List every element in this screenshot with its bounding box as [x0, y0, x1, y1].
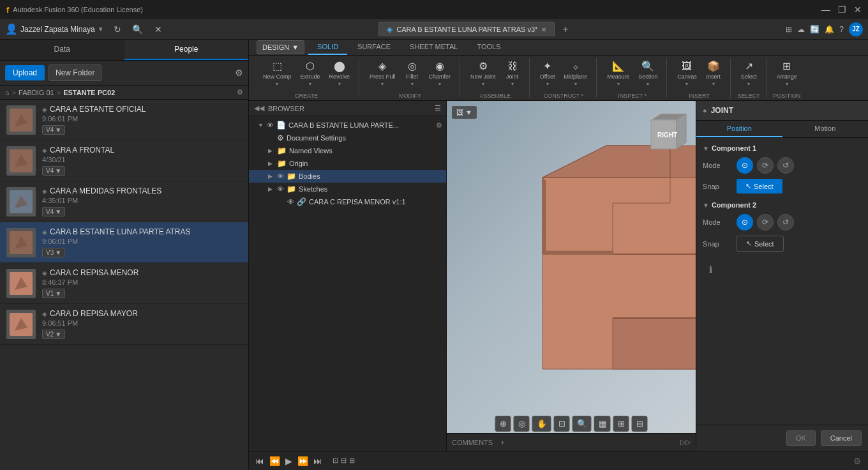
tree-item[interactable]: ⚙ Document Settings: [249, 132, 446, 144]
component2-select-btn[interactable]: ↖ Select: [737, 236, 784, 252]
cancel-button[interactable]: Cancel: [821, 430, 862, 446]
breadcrumb-settings-icon[interactable]: ⚙: [237, 88, 243, 96]
toolbar-btn-fillet[interactable]: ◎Fillet▾: [401, 58, 424, 89]
file-item[interactable]: ◈ CARA D REPISA MAYOR 9:06:51 PM V2 ▼: [0, 304, 248, 345]
cloud-icon[interactable]: ☁: [797, 25, 805, 34]
toolbar-tab-solid[interactable]: SOLID: [308, 40, 347, 55]
upload-button[interactable]: Upload: [5, 65, 45, 80]
playback-prev-btn[interactable]: ⏪: [269, 456, 280, 466]
toolbar-btn-midplane[interactable]: ⬦Midplane▾: [560, 59, 592, 89]
toolbar-btn-offset[interactable]: ✦Offset▾: [536, 58, 559, 89]
tree-item[interactable]: ▶ 👁 📁 Sketches: [249, 183, 446, 195]
joint-collapse-icon[interactable]: ●: [703, 107, 707, 114]
mode1-rotate-btn[interactable]: ⊙: [737, 157, 753, 174]
playback-settings-icon[interactable]: ⊞: [349, 457, 355, 465]
settings-gear-icon[interactable]: ⚙: [235, 68, 243, 78]
grid-options-btn[interactable]: ⊞: [613, 416, 629, 432]
toolbar-btn-measure[interactable]: 📐Measure▾: [603, 58, 633, 89]
doc-tab[interactable]: ◈ CARA B ESTANTE LUNA PARTE ATRAS v3* ✕: [378, 22, 555, 36]
doc-tab-close-icon[interactable]: ✕: [541, 26, 546, 33]
playback-next-btn[interactable]: ⏩: [297, 456, 308, 466]
search-icon[interactable]: 🔍: [131, 24, 145, 34]
home-icon[interactable]: ⌂: [5, 89, 10, 96]
breadcrumb-item1[interactable]: FABDIG 01: [19, 89, 54, 96]
bottom-right-gear-icon[interactable]: ⚙: [853, 456, 862, 466]
tab-data[interactable]: Data: [0, 40, 124, 60]
vp-image-btn[interactable]: 🖼 ▼: [452, 106, 477, 119]
mode1-lock-btn[interactable]: ↺: [777, 157, 794, 174]
info-icon[interactable]: ℹ: [703, 259, 862, 280]
mode1-flip-btn[interactable]: ⟳: [757, 157, 774, 174]
mode2-rotate-btn[interactable]: ⊙: [737, 214, 753, 231]
toolbar-btn-select[interactable]: ↗Select▾: [737, 58, 761, 89]
maximize-btn[interactable]: ❐: [838, 4, 846, 15]
new-folder-button[interactable]: New Folder: [49, 64, 101, 81]
tree-eye-icon[interactable]: 👁: [277, 185, 284, 193]
sync-icon[interactable]: ↻: [110, 24, 124, 34]
component2-arrow-icon[interactable]: ▼: [703, 202, 709, 209]
tree-expand-arrow-icon[interactable]: ▶: [268, 173, 274, 179]
pan-btn[interactable]: ✋: [532, 416, 551, 432]
file-item[interactable]: ◈ CARA B ESTANTE LUNA PARTE ATRAS 9:06:0…: [0, 222, 248, 263]
tree-expand-arrow-icon[interactable]: ▶: [268, 148, 274, 154]
tree-expand-arrow-icon[interactable]: ▼: [258, 122, 264, 128]
component1-select-btn[interactable]: ↖ Select: [737, 179, 782, 193]
toolbar-btn-joint[interactable]: ⛓Joint▾: [501, 59, 524, 89]
file-item[interactable]: ◈ CARA A FRONTAL 4/30/21 V4 ▼: [0, 140, 248, 181]
tree-item[interactable]: 👁 🔗 CARA C REPISA MENOR v1:1: [249, 195, 446, 208]
tree-eye-icon[interactable]: 👁: [267, 121, 274, 129]
design-dropdown[interactable]: DESIGN ▼: [257, 40, 304, 54]
joint-tab-motion[interactable]: Motion: [782, 121, 869, 137]
view-cube[interactable]: RIGHT: [638, 107, 689, 158]
tree-eye-icon[interactable]: 👁: [277, 172, 284, 180]
tree-item[interactable]: ▶ 👁 📁 Bodies: [249, 170, 446, 183]
comments-expand-icon[interactable]: ▷▷: [680, 438, 691, 446]
toolbar-tab-tools[interactable]: TOOLS: [468, 40, 509, 55]
playback-end-btn[interactable]: ⏭: [313, 456, 322, 466]
zoom-fit-btn[interactable]: ⊡: [554, 416, 570, 432]
bell-icon[interactable]: 🔔: [825, 25, 834, 34]
comments-add-icon[interactable]: +: [500, 439, 504, 446]
grid-icon[interactable]: ⊞: [786, 25, 792, 34]
look-at-btn[interactable]: ◎: [514, 416, 530, 432]
tab-people[interactable]: People: [124, 40, 249, 60]
playback-play-btn[interactable]: ▶: [285, 456, 292, 466]
toolbar-tab-sheet-metal[interactable]: SHEET METAL: [401, 40, 467, 55]
component1-arrow-icon[interactable]: ▼: [703, 145, 709, 152]
toolbar-btn-extrude[interactable]: ⬡Extrude▾: [297, 58, 324, 89]
file-item[interactable]: ◈ CARA A MEDIDAS FRONTALES 4:35:01 PM V4…: [0, 181, 248, 222]
toolbar-btn-chamfer[interactable]: ◉Chamfer▾: [425, 58, 455, 89]
toolbar-btn-new-joint[interactable]: ⚙New Joint▾: [467, 58, 500, 89]
toolbar-btn-arrange[interactable]: ⊞Arrange▾: [773, 58, 801, 89]
3d-viewport[interactable]: Place joint origin on a component RIGHT …: [447, 101, 696, 451]
mode2-lock-btn[interactable]: ↺: [777, 214, 794, 231]
browser-collapse-icon[interactable]: ◀◀: [254, 104, 264, 112]
zoom-btn[interactable]: 🔍: [572, 416, 592, 432]
ok-button[interactable]: OK: [786, 430, 816, 446]
browser-menu-icon[interactable]: ☰: [435, 104, 441, 112]
tree-item[interactable]: ▼ 👁 📄 CARA B ESTANTE LUNA PARTE... ⚙: [249, 119, 446, 132]
toolbar-btn-new-comp[interactable]: ⬚New Comp▾: [259, 58, 296, 89]
playback-frame-icon[interactable]: ⊡: [333, 457, 338, 465]
tree-item[interactable]: ▶ 📁 Origin: [249, 157, 446, 170]
mode2-flip-btn[interactable]: ⟳: [757, 214, 774, 231]
add-tab-btn[interactable]: +: [558, 24, 572, 35]
playback-mark-icon[interactable]: ⊟: [341, 457, 347, 465]
toolbar-btn-revolve[interactable]: ⬤Revolve▾: [326, 58, 354, 89]
user-dropdown-icon[interactable]: ▼: [98, 26, 104, 33]
close-panel-icon[interactable]: ✕: [151, 24, 165, 34]
toolbar-btn-insert[interactable]: 📦Insert▾: [702, 58, 725, 89]
toolbar-btn-section[interactable]: 🔍Section▾: [634, 58, 661, 89]
toolbar-btn-canvas[interactable]: 🖼Canvas▾: [673, 59, 701, 89]
update-icon[interactable]: 🔄: [810, 25, 819, 34]
joint-tab-position[interactable]: Position: [696, 121, 782, 137]
orbit-btn[interactable]: ⊕: [495, 416, 511, 432]
toolbar-btn-press-pull[interactable]: ◈Press Pull▾: [366, 58, 400, 89]
toolbar-tab-surface[interactable]: SURFACE: [348, 40, 400, 55]
file-item[interactable]: ◈ CARA A ESTANTE OFICIAL 9:06:01 PM V4 ▼: [0, 100, 248, 140]
tree-expand-arrow-icon[interactable]: ▶: [268, 186, 274, 192]
grid-btn[interactable]: ▦: [594, 416, 611, 432]
display-btn[interactable]: ⊟: [632, 416, 648, 432]
tree-expand-arrow-icon[interactable]: ▶: [268, 160, 274, 167]
tree-eye-icon[interactable]: 👁: [287, 198, 294, 206]
